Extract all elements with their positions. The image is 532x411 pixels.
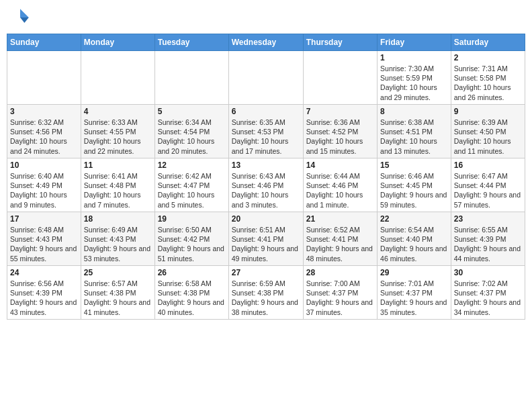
day-info: Sunrise: 6:48 AM Sunset: 4:43 PM Dayligh… (10, 225, 78, 263)
day-info: Sunrise: 6:54 AM Sunset: 4:40 PM Dayligh… (380, 225, 448, 263)
calendar-week-row: 17Sunrise: 6:48 AM Sunset: 4:43 PM Dayli… (7, 212, 525, 266)
day-number: 22 (380, 214, 448, 224)
day-number: 21 (306, 214, 374, 224)
day-number: 17 (10, 214, 78, 224)
day-info: Sunrise: 6:58 AM Sunset: 4:38 PM Dayligh… (158, 279, 226, 317)
day-info: Sunrise: 6:44 AM Sunset: 4:46 PM Dayligh… (306, 171, 374, 210)
day-number: 24 (10, 268, 78, 277)
day-number: 16 (454, 161, 522, 170)
day-info: Sunrise: 6:52 AM Sunset: 4:41 PM Dayligh… (306, 225, 374, 263)
day-of-week-header: Thursday (303, 34, 377, 51)
day-number: 18 (84, 214, 152, 224)
day-info: Sunrise: 6:46 AM Sunset: 4:45 PM Dayligh… (380, 171, 448, 210)
calendar-week-row: 1Sunrise: 7:30 AM Sunset: 5:59 PM Daylig… (7, 51, 525, 105)
day-info: Sunrise: 6:56 AM Sunset: 4:39 PM Dayligh… (10, 279, 78, 317)
day-info: Sunrise: 6:39 AM Sunset: 4:50 PM Dayligh… (454, 118, 522, 156)
calendar-cell: 11Sunrise: 6:41 AM Sunset: 4:48 PM Dayli… (81, 158, 154, 212)
calendar-cell: 1Sunrise: 7:30 AM Sunset: 5:59 PM Daylig… (378, 51, 451, 105)
day-number: 23 (454, 214, 522, 224)
calendar-cell: 2Sunrise: 7:31 AM Sunset: 5:58 PM Daylig… (451, 51, 525, 105)
calendar-cell (154, 51, 228, 105)
calendar-cell: 30Sunrise: 7:02 AM Sunset: 4:37 PM Dayli… (451, 266, 525, 320)
calendar-cell: 20Sunrise: 6:51 AM Sunset: 4:41 PM Dayli… (228, 212, 303, 266)
calendar-cell: 14Sunrise: 6:44 AM Sunset: 4:46 PM Dayli… (303, 158, 377, 212)
calendar-cell: 26Sunrise: 6:58 AM Sunset: 4:38 PM Dayli… (154, 266, 228, 320)
day-of-week-header: Sunday (7, 34, 81, 51)
calendar-cell: 17Sunrise: 6:48 AM Sunset: 4:43 PM Dayli… (7, 212, 81, 266)
day-number: 27 (232, 268, 300, 277)
day-info: Sunrise: 6:41 AM Sunset: 4:48 PM Dayligh… (84, 171, 152, 210)
day-number: 26 (158, 268, 226, 277)
day-number: 14 (306, 161, 374, 170)
day-number: 20 (232, 214, 300, 224)
day-of-week-header: Friday (378, 34, 451, 51)
day-info: Sunrise: 6:51 AM Sunset: 4:41 PM Dayligh… (232, 225, 300, 263)
day-number: 12 (158, 161, 226, 170)
day-info: Sunrise: 6:34 AM Sunset: 4:54 PM Dayligh… (158, 118, 226, 156)
calendar-cell: 25Sunrise: 6:57 AM Sunset: 4:38 PM Dayli… (81, 266, 154, 320)
day-info: Sunrise: 6:55 AM Sunset: 4:39 PM Dayligh… (454, 225, 522, 263)
calendar-week-row: 3Sunrise: 6:32 AM Sunset: 4:56 PM Daylig… (7, 105, 525, 158)
calendar-cell: 13Sunrise: 6:43 AM Sunset: 4:46 PM Dayli… (228, 158, 303, 212)
day-number: 8 (380, 107, 448, 116)
day-number: 10 (10, 161, 78, 170)
day-number: 19 (158, 214, 226, 224)
day-info: Sunrise: 6:59 AM Sunset: 4:38 PM Dayligh… (232, 279, 300, 317)
calendar-cell: 18Sunrise: 6:49 AM Sunset: 4:43 PM Dayli… (81, 212, 154, 266)
day-number: 29 (380, 268, 448, 277)
calendar-week-row: 10Sunrise: 6:40 AM Sunset: 4:49 PM Dayli… (7, 158, 525, 212)
calendar-cell: 8Sunrise: 6:38 AM Sunset: 4:51 PM Daylig… (378, 105, 451, 158)
calendar-cell: 24Sunrise: 6:56 AM Sunset: 4:39 PM Dayli… (7, 266, 81, 320)
calendar-cell: 22Sunrise: 6:54 AM Sunset: 4:40 PM Dayli… (378, 212, 451, 266)
day-info: Sunrise: 6:36 AM Sunset: 4:52 PM Dayligh… (306, 118, 374, 156)
calendar-cell: 27Sunrise: 6:59 AM Sunset: 4:38 PM Dayli… (228, 266, 303, 320)
calendar-cell: 6Sunrise: 6:35 AM Sunset: 4:53 PM Daylig… (228, 105, 303, 158)
calendar-cell: 19Sunrise: 6:50 AM Sunset: 4:42 PM Dayli… (154, 212, 228, 266)
day-number: 6 (232, 107, 300, 116)
calendar-cell (7, 51, 81, 105)
day-number: 30 (454, 268, 522, 277)
calendar-table: SundayMondayTuesdayWednesdayThursdayFrid… (7, 34, 525, 320)
day-info: Sunrise: 7:30 AM Sunset: 5:59 PM Dayligh… (380, 64, 448, 102)
page-header (7, 7, 525, 28)
day-info: Sunrise: 7:00 AM Sunset: 4:37 PM Dayligh… (306, 279, 374, 317)
calendar-cell: 23Sunrise: 6:55 AM Sunset: 4:39 PM Dayli… (451, 212, 525, 266)
day-number: 3 (10, 107, 78, 116)
day-number: 9 (454, 107, 522, 116)
day-info: Sunrise: 6:57 AM Sunset: 4:38 PM Dayligh… (84, 279, 152, 317)
calendar-cell: 29Sunrise: 7:01 AM Sunset: 4:37 PM Dayli… (378, 266, 451, 320)
day-number: 25 (84, 268, 152, 277)
day-number: 7 (306, 107, 374, 116)
day-of-week-header: Wednesday (228, 34, 303, 51)
day-info: Sunrise: 6:32 AM Sunset: 4:56 PM Dayligh… (10, 118, 78, 156)
calendar-cell (81, 51, 154, 105)
calendar-cell: 10Sunrise: 6:40 AM Sunset: 4:49 PM Dayli… (7, 158, 81, 212)
day-info: Sunrise: 7:01 AM Sunset: 4:37 PM Dayligh… (380, 279, 448, 317)
calendar-cell: 12Sunrise: 6:42 AM Sunset: 4:47 PM Dayli… (154, 158, 228, 212)
calendar-cell: 9Sunrise: 6:39 AM Sunset: 4:50 PM Daylig… (451, 105, 525, 158)
calendar-week-row: 24Sunrise: 6:56 AM Sunset: 4:39 PM Dayli… (7, 266, 525, 320)
calendar-cell: 3Sunrise: 6:32 AM Sunset: 4:56 PM Daylig… (7, 105, 81, 158)
svg-marker-1 (20, 17, 29, 23)
day-number: 5 (158, 107, 226, 116)
day-info: Sunrise: 7:02 AM Sunset: 4:37 PM Dayligh… (454, 279, 522, 317)
day-info: Sunrise: 6:33 AM Sunset: 4:55 PM Dayligh… (84, 118, 152, 156)
svg-marker-0 (20, 9, 29, 17)
day-of-week-header: Tuesday (154, 34, 228, 51)
calendar-header-row: SundayMondayTuesdayWednesdayThursdayFrid… (7, 34, 525, 51)
day-info: Sunrise: 6:50 AM Sunset: 4:42 PM Dayligh… (158, 225, 226, 263)
day-info: Sunrise: 6:42 AM Sunset: 4:47 PM Dayligh… (158, 171, 226, 210)
day-of-week-header: Monday (81, 34, 154, 51)
day-number: 28 (306, 268, 374, 277)
calendar-cell: 7Sunrise: 6:36 AM Sunset: 4:52 PM Daylig… (303, 105, 377, 158)
calendar-cell: 15Sunrise: 6:46 AM Sunset: 4:45 PM Dayli… (378, 158, 451, 212)
day-number: 11 (84, 161, 152, 170)
logo (9, 7, 34, 28)
calendar-cell: 5Sunrise: 6:34 AM Sunset: 4:54 PM Daylig… (154, 105, 228, 158)
day-info: Sunrise: 6:35 AM Sunset: 4:53 PM Dayligh… (232, 118, 300, 156)
day-info: Sunrise: 6:47 AM Sunset: 4:44 PM Dayligh… (454, 171, 522, 210)
day-info: Sunrise: 6:38 AM Sunset: 4:51 PM Dayligh… (380, 118, 448, 156)
day-info: Sunrise: 7:31 AM Sunset: 5:58 PM Dayligh… (454, 64, 522, 102)
day-info: Sunrise: 6:43 AM Sunset: 4:46 PM Dayligh… (232, 171, 300, 210)
logo-icon (9, 7, 31, 28)
